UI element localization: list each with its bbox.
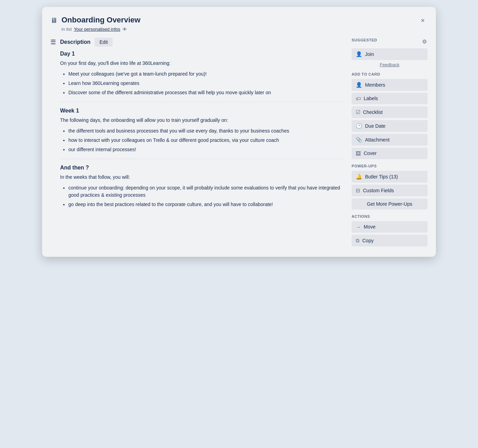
- cover-label: Cover: [364, 150, 376, 156]
- join-label: Join: [365, 51, 374, 57]
- feedback-button[interactable]: Feedback: [352, 62, 428, 67]
- description-title: Description: [60, 39, 90, 45]
- section-title-week1: Week 1: [60, 108, 343, 114]
- section-title-andthen: And then ?: [60, 165, 343, 171]
- modal-container: 🖥 Onboarding Overview in list Your perso…: [42, 7, 436, 257]
- close-button[interactable]: ×: [418, 15, 428, 26]
- suggested-label: SUGGESTED: [352, 38, 377, 42]
- clock-icon: 🕐: [356, 123, 362, 129]
- copy-button[interactable]: ⧉ Copy: [352, 235, 428, 246]
- checklist-label: Checklist: [363, 109, 383, 115]
- main-content: ☰ Description Edit Day 1 On your first d…: [50, 38, 343, 249]
- gear-button[interactable]: ⚙: [421, 38, 428, 46]
- edit-button[interactable]: Edit: [95, 38, 113, 47]
- labels-button[interactable]: 🏷 Labels: [352, 93, 428, 104]
- modal-header: 🖥 Onboarding Overview in list Your perso…: [50, 15, 428, 32]
- butler-tips-button[interactable]: 🔔 Butler Tips (13): [352, 171, 428, 183]
- modal-body: ☰ Description Edit Day 1 On your first d…: [50, 38, 428, 249]
- add-to-card-label: ADD TO CARD: [352, 72, 428, 76]
- actions-label: ACTIONS: [352, 214, 428, 218]
- attachment-label: Attachment: [365, 137, 390, 143]
- copy-icon: ⧉: [356, 237, 360, 244]
- cover-icon: 🖼: [356, 150, 361, 156]
- members-icon: 👤: [356, 82, 362, 88]
- description-content: Day 1 On your first day, you'll dive int…: [50, 51, 343, 208]
- person-icon: 👤: [356, 51, 362, 57]
- list-item: our different internal processes!: [68, 146, 343, 153]
- list-item: continue your onboarding: depending on y…: [68, 184, 343, 199]
- members-button[interactable]: 👤 Members: [352, 79, 428, 91]
- list-item: how to interact with your colleagues on …: [68, 137, 343, 144]
- section-intro-week1: The following days, the onboarding will …: [60, 117, 343, 124]
- power-ups-label: POWER-UPS: [352, 164, 428, 168]
- checklist-icon: ☑: [356, 109, 360, 115]
- description-icon: ☰: [50, 38, 56, 46]
- custom-fields-button[interactable]: ⊟ Custom Fields: [352, 185, 428, 196]
- title-area: Onboarding Overview in list Your persona…: [61, 15, 428, 32]
- list-item: Meet your colleagues (we've got a team-l…: [68, 70, 343, 78]
- move-button[interactable]: → Move: [352, 221, 428, 233]
- paperclip-icon: 📎: [356, 137, 362, 143]
- list-item: go deep into the best practices related …: [68, 201, 343, 208]
- section-title-day1: Day 1: [60, 51, 343, 57]
- section-intro-day1: On your first day, you'll dive into life…: [60, 60, 343, 67]
- list-item: the different tools and business process…: [68, 127, 343, 135]
- suggested-header: SUGGESTED ⚙: [352, 38, 428, 46]
- arrow-right-icon: →: [356, 224, 361, 230]
- sidebar: SUGGESTED ⚙ 👤 Join Feedback ADD TO CARD …: [352, 38, 428, 249]
- modal-title: Onboarding Overview: [61, 15, 428, 25]
- description-header: ☰ Description Edit: [50, 38, 343, 47]
- divider-1: [60, 102, 343, 102]
- modal-subtitle: in list Your personalised infos 👁: [61, 27, 428, 32]
- checklist-button[interactable]: ☑ Checklist: [352, 106, 428, 118]
- move-label: Move: [364, 224, 375, 230]
- due-date-button[interactable]: 🕐 Due Date: [352, 120, 428, 132]
- bullets-week1: the different tools and business process…: [60, 127, 343, 153]
- subtitle-prefix: in list: [61, 27, 72, 32]
- eye-icon: 👁: [122, 27, 127, 32]
- card-icon: 🖥: [50, 17, 57, 25]
- cover-button[interactable]: 🖼 Cover: [352, 148, 428, 159]
- label-icon: 🏷: [356, 96, 361, 101]
- butler-tips-label: Butler Tips (13): [365, 174, 398, 179]
- divider-2: [60, 159, 343, 159]
- list-link[interactable]: Your personalised infos: [74, 27, 121, 32]
- join-button[interactable]: 👤 Join: [352, 48, 428, 60]
- labels-label: Labels: [364, 96, 378, 101]
- list-item: Discover some of the different administr…: [68, 89, 343, 96]
- due-date-label: Due Date: [365, 123, 385, 129]
- custom-fields-label: Custom Fields: [363, 188, 394, 193]
- bullets-day1: Meet your colleagues (we've got a team-l…: [60, 70, 343, 96]
- bullets-andthen: continue your onboarding: depending on y…: [60, 184, 343, 208]
- list-item: Learn how 360Learning operates: [68, 80, 343, 87]
- section-intro-andthen: In the weeks that follow, you will:: [60, 174, 343, 181]
- members-label: Members: [365, 82, 385, 88]
- fields-icon: ⊟: [356, 187, 360, 194]
- copy-label: Copy: [362, 238, 374, 243]
- butler-icon: 🔔: [356, 174, 362, 180]
- attachment-button[interactable]: 📎 Attachment: [352, 134, 428, 146]
- get-more-power-ups-button[interactable]: Get More Power-Ups: [352, 198, 428, 210]
